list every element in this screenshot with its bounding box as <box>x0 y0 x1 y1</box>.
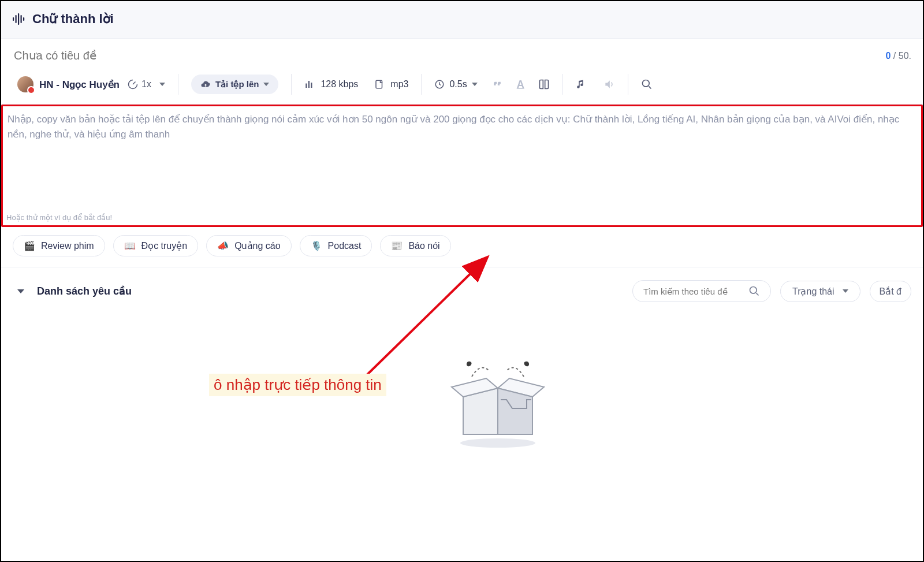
annotation-label: ô nhập trực tiếp thông tin <box>209 374 386 396</box>
chevron-down-icon <box>472 83 478 86</box>
page-title: Chữ thành lời <box>32 12 114 27</box>
example-doc-truyen[interactable]: 📖 Đọc truyện <box>113 235 199 256</box>
speed-value: 1x <box>141 79 151 90</box>
bitrate-value: 128 kbps <box>321 79 358 90</box>
example-review-phim[interactable]: 🎬 Review phim <box>13 235 105 256</box>
svg-rect-8 <box>376 80 382 88</box>
bars-icon <box>304 79 315 90</box>
empty-state-illustration <box>440 342 556 460</box>
chevron-down-icon <box>263 83 269 86</box>
music-icon[interactable] <box>576 79 586 90</box>
example-quang-cao[interactable]: 📣 Quảng cáo <box>206 235 291 256</box>
svg-rect-2 <box>18 13 19 25</box>
annotation-layer: ô nhập trực tiếp thông tin <box>1 273 923 561</box>
svg-rect-3 <box>21 15 22 23</box>
cloud-upload-icon <box>200 79 211 90</box>
bitrate-selector[interactable]: 128 kbps <box>304 79 358 90</box>
voice-selector[interactable]: HN - Ngọc Huyền <box>17 76 120 92</box>
app-header: Chữ thành lời <box>1 1 923 39</box>
svg-rect-0 <box>13 17 14 21</box>
upload-button[interactable]: Tải tệp lên <box>191 75 279 94</box>
example-hint: Hoặc thử một ví dụ để bắt đầu! <box>6 213 112 222</box>
format-value: mp3 <box>390 79 408 90</box>
book-icon: 📖 <box>124 240 136 251</box>
gauge-icon <box>128 79 138 90</box>
mic-icon: 🎙️ <box>311 240 322 251</box>
dictionary-icon[interactable] <box>538 79 550 90</box>
volume-icon[interactable] <box>603 79 615 90</box>
textarea-placeholder: Nhập, copy văn bản hoặc tải tệp lên để c… <box>8 112 916 143</box>
avatar <box>17 76 33 92</box>
speed-selector[interactable]: 1x <box>128 79 151 90</box>
title-row: 0 / 50. <box>1 39 923 66</box>
char-counter: 0 / 50. <box>886 51 912 61</box>
text-input-area[interactable]: Nhập, copy văn bản hoặc tải tệp lên để c… <box>1 105 923 227</box>
project-title-input[interactable] <box>14 49 886 62</box>
search-icon[interactable] <box>641 79 653 90</box>
soundwave-icon <box>12 12 25 26</box>
toolbar: HN - Ngọc Huyền 1x Tải tệp lên <box>1 66 923 105</box>
quote-icon[interactable] <box>491 79 503 90</box>
svg-rect-7 <box>311 83 312 88</box>
pause-selector[interactable]: 0.5s <box>434 79 477 90</box>
megaphone-icon: 📣 <box>217 240 229 251</box>
svg-rect-4 <box>23 17 24 21</box>
upload-label: Tải tệp lên <box>215 79 259 90</box>
clapper-icon: 🎬 <box>24 240 35 251</box>
pause-value: 0.5s <box>449 79 467 90</box>
voice-name: HN - Ngọc Huyền <box>39 79 120 91</box>
svg-marker-17 <box>498 388 532 434</box>
svg-point-18 <box>460 438 535 448</box>
format-selector[interactable]: mp3 <box>374 79 408 90</box>
svg-rect-1 <box>16 15 17 23</box>
svg-rect-6 <box>308 81 310 88</box>
clock-icon <box>434 79 445 90</box>
chevron-down-icon[interactable] <box>159 83 165 86</box>
text-style-icon[interactable]: A <box>517 79 524 91</box>
svg-rect-5 <box>306 84 307 88</box>
file-icon <box>374 79 385 90</box>
svg-point-10 <box>642 80 649 87</box>
